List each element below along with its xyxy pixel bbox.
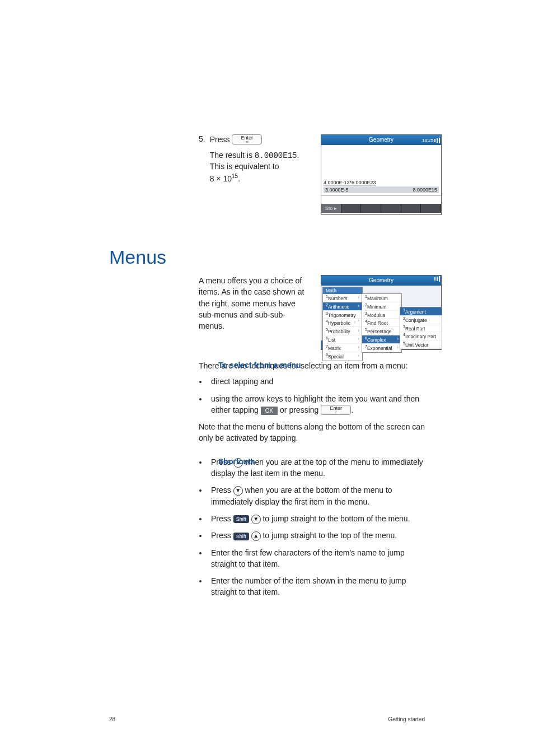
shortcut-2: Press ▼ when you are at the bottom of th… bbox=[208, 484, 425, 507]
enter-key-icon-2: Enter≈ bbox=[321, 405, 351, 415]
shortcut-4: Press Shift ▲ to jump straight to the to… bbox=[208, 530, 425, 541]
page-number: 28 bbox=[109, 716, 115, 722]
shift-key-icon: Shift bbox=[233, 515, 249, 523]
label-select-from-menu: To select from a menu bbox=[218, 360, 302, 370]
calc-screenshot-result: Geometry 18:25 4.0000E-13*6.0000E23 3.00… bbox=[321, 134, 442, 215]
select-note: Note that the menu of buttons along the … bbox=[199, 421, 425, 444]
result-period: . bbox=[238, 174, 240, 183]
bullet-direct-tapping: direct tapping and bbox=[208, 376, 425, 387]
result-text-1: The result is bbox=[210, 151, 252, 160]
shortcut-5: Enter the first few characters of the it… bbox=[208, 547, 425, 570]
result-text-3: 8 × 10 bbox=[210, 174, 232, 183]
result-value: 8.0000E15 bbox=[255, 151, 297, 160]
shortcut-6: Enter the number of the item shown in th… bbox=[208, 575, 425, 598]
bullet-arrow-keys: using the arrow keys to highlight the it… bbox=[208, 393, 425, 416]
calc1-sk-sto: Sto ▸ bbox=[321, 204, 341, 213]
menu-col1-hdr: Math bbox=[323, 287, 362, 294]
label-shortcuts: Shortcuts bbox=[218, 456, 302, 466]
step-action: Press bbox=[210, 135, 230, 144]
calc2-title: Geometry bbox=[369, 277, 394, 283]
down-arrow-icon-2: ▼ bbox=[251, 515, 261, 524]
calc1-title: Geometry bbox=[369, 137, 394, 143]
shift-key-icon-2: Shift bbox=[233, 533, 249, 540]
heading-menus: Menus bbox=[109, 246, 425, 268]
enter-key-icon: Enter ≈ bbox=[232, 134, 262, 144]
calc1-expr-top: 4.0000E-13*6.0000E23 bbox=[324, 180, 376, 185]
calc-screenshot-menu: Geometry Math 1Numbers 2Arithmetic 3Trig… bbox=[321, 275, 442, 350]
menus-intro: A menu offers you a choice of items. As … bbox=[199, 275, 311, 332]
up-arrow-icon-2: ▲ bbox=[251, 531, 261, 541]
calc1-result: 8.0000E15 bbox=[413, 187, 437, 193]
calc1-quot: 3.0000E-5 bbox=[325, 187, 349, 193]
calc1-time: 18:25 bbox=[422, 136, 433, 146]
down-arrow-icon: ▼ bbox=[233, 486, 243, 496]
ok-softkey-icon: OK bbox=[261, 407, 278, 415]
step-number: 5. bbox=[199, 134, 210, 143]
footer-section: Getting started bbox=[388, 716, 425, 722]
shortcut-3: Press Shift ▼ to jump straight to the bo… bbox=[208, 513, 425, 524]
result-exp: 15 bbox=[232, 173, 238, 179]
